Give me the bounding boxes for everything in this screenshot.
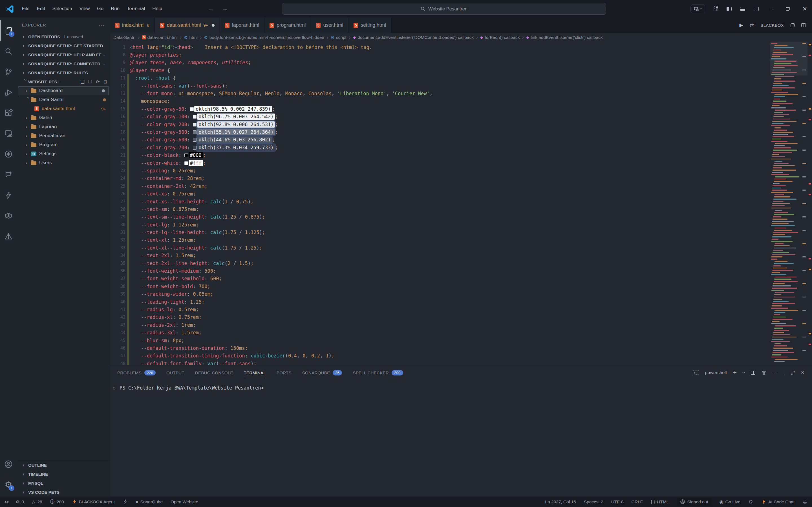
activitybar-run-debug[interactable] — [0, 82, 17, 103]
minimap[interactable] — [770, 42, 808, 365]
menu-terminal[interactable]: Terminal — [123, 4, 149, 13]
menu-view[interactable]: View — [76, 4, 94, 13]
breadcrumb-item[interactable]: ◆link.addEventListener('click') callback — [526, 35, 603, 40]
toggle-sidebar-icon[interactable] — [726, 7, 732, 11]
status-utf-8[interactable]: UTF-8 — [611, 499, 624, 504]
chevron-down-icon[interactable]: › — [741, 372, 747, 374]
refresh-icon[interactable]: ⟳ — [96, 79, 100, 84]
tree-item-dashboard[interactable]: ›Dashboard — [18, 86, 109, 95]
color-swatch[interactable] — [193, 138, 197, 142]
sidebar-more-icon[interactable]: ··· — [99, 22, 105, 27]
open-editors-section[interactable]: › OPEN EDITORS 1 unsaved — [17, 32, 110, 41]
breadcrumb-item[interactable]: ⊘script — [331, 35, 347, 40]
sidebar-section-vs-code-pets[interactable]: ›VS CODE PETS — [17, 488, 110, 497]
color-swatch[interactable] — [193, 115, 197, 119]
collapse-all-icon[interactable]: ⊟ — [103, 79, 107, 84]
activitybar-extensions[interactable] — [0, 103, 17, 123]
status-go-live[interactable]: ◉Go Live — [719, 499, 741, 504]
breadcrumb-item[interactable]: ⊘html — [184, 35, 198, 40]
activitybar-account[interactable] — [0, 454, 17, 474]
activitybar-sonarlint[interactable] — [0, 226, 17, 246]
back-icon[interactable]: ← — [208, 5, 214, 12]
status-bell[interactable] — [802, 499, 808, 504]
tree-item-users[interactable]: ›Users — [17, 158, 110, 167]
color-swatch[interactable] — [193, 146, 197, 150]
sidebar-section-1[interactable]: ›SONARQUBE SETUP: HELP AND FE... — [17, 50, 110, 59]
open-preview-icon[interactable] — [791, 23, 795, 27]
tab-program-html[interactable]: 5program.html — [264, 17, 311, 33]
panel-tab-problems[interactable]: PROBLEMS228 — [117, 365, 156, 380]
panel-tab-debug-console[interactable]: DEBUG CONSOLE — [195, 365, 233, 380]
status-28[interactable]: △28 — [32, 499, 42, 504]
color-swatch[interactable] — [185, 154, 188, 157]
split-editor-icon[interactable] — [801, 23, 806, 27]
command-decoration-icon[interactable]: ○ — [112, 386, 117, 390]
breadcrumb-item[interactable]: ◆forEach() callback — [480, 35, 520, 40]
breadcrumb-item[interactable]: ◆document.addEventListener('DOMContentLo… — [353, 35, 474, 40]
tree-item-settings[interactable]: ›⚙Settings — [17, 149, 110, 158]
sidebar-section-outline[interactable]: ›OUTLINE — [17, 460, 110, 469]
status-remote[interactable]: >< — [4, 499, 8, 504]
status-200[interactable]: ⓘ200 — [50, 499, 64, 505]
maximize-panel-icon[interactable]: ⤢ — [791, 370, 795, 376]
sidebar-section-0[interactable]: ›SONARQUBE SETUP: GET STARTED — [17, 41, 110, 50]
status-blackbox-agent[interactable]: BLACKBOX Agent — [72, 499, 115, 504]
breadcrumb-item[interactable]: 5data-santri.html — [142, 35, 177, 40]
project-section-header[interactable]: › WEBSITE PES... ❏ ❐ ⟳ ⊟ — [17, 77, 110, 86]
toggle-secondary-sidebar-icon[interactable] — [754, 7, 759, 11]
status-html[interactable]: { }HTML — [651, 499, 669, 504]
overview-ruler[interactable] — [808, 42, 812, 365]
tree-item-data-santri[interactable]: ›Data-Santri — [17, 95, 110, 104]
status-open-website[interactable]: Open Website — [170, 499, 198, 504]
tree-item-data-santri-html[interactable]: 5data-santri.html9+ — [17, 104, 110, 113]
activitybar-settings[interactable]: ⚙1 — [0, 474, 17, 495]
status-sonarqube[interactable]: ●SonarQube — [136, 499, 163, 504]
tab-index-html[interactable]: 5index.html8 — [110, 17, 155, 33]
terminal[interactable]: ○ PS C:\Folder Kerja BWA\Template\Websit… — [110, 380, 812, 497]
activitybar-search[interactable] — [0, 41, 17, 61]
panel-tab-spell-checker[interactable]: SPELL CHECKER200 — [353, 365, 403, 380]
panel-tab-ports[interactable]: PORTS — [276, 365, 292, 380]
toggle-panel-icon[interactable] — [740, 7, 745, 11]
menu-file[interactable]: File — [18, 4, 33, 13]
sidebar-section-3[interactable]: ›SONARQUBE SETUP: RULES — [17, 68, 110, 77]
status-spaces-2[interactable]: Spaces: 2 — [584, 499, 603, 504]
code-area[interactable]: 1<html lang="id"><head> Insert a <!DOCTY… — [110, 42, 767, 365]
status-signed-out[interactable]: Signed out — [677, 498, 711, 506]
status-crlf[interactable]: CRLF — [631, 499, 643, 504]
code-editor[interactable]: 1<html lang="id"><head> Insert a <!DOCTY… — [110, 42, 812, 365]
breadcrumb-item[interactable]: Data-Santri — [113, 35, 135, 40]
status-squirrel[interactable] — [748, 499, 753, 504]
sidebar-section-timeline[interactable]: ›TIMELINE — [17, 469, 110, 478]
activitybar-ai-chat[interactable] — [0, 164, 17, 185]
activitybar-thunder-client[interactable] — [0, 144, 17, 164]
split-terminal-icon[interactable] — [751, 371, 755, 375]
run-icon[interactable]: ▶ — [740, 22, 743, 28]
status-ln-2027-col-15[interactable]: Ln 2027, Col 15 — [545, 499, 576, 504]
tab-laporan-html[interactable]: 5laporan.html — [220, 17, 264, 33]
panel-tab-terminal[interactable]: TERMINAL — [244, 365, 266, 380]
tree-item-galeri[interactable]: ›Galeri — [17, 113, 110, 122]
tab-data-santri-html[interactable]: 5data-santri.html9+ — [155, 17, 220, 33]
activitybar-container[interactable] — [0, 205, 17, 226]
status-ai-code-chat[interactable]: AI Code Chat — [761, 499, 795, 504]
new-file-icon[interactable]: ❏ — [81, 79, 85, 84]
tab-setting-html[interactable]: 5setting.html — [349, 17, 391, 33]
menu-edit[interactable]: Edit — [33, 4, 49, 13]
copilot-button[interactable]: › — [691, 4, 705, 13]
menu-help[interactable]: Help — [149, 4, 166, 13]
breadcrumb-item[interactable]: ⊘body.font-sans.bg-muted.min-h-screen.fl… — [204, 35, 324, 40]
trash-icon[interactable] — [762, 370, 766, 375]
forward-icon[interactable]: → — [221, 5, 228, 12]
sidebar-section-2[interactable]: ›SONARQUBE SETUP: CONNECTED ... — [17, 59, 110, 68]
status-bolt[interactable] — [123, 499, 128, 504]
panel-tab-sonarqube[interactable]: SONARQUBE25 — [302, 365, 342, 380]
compare-icon[interactable]: ⇄ — [750, 22, 754, 28]
activitybar-remote-explorer[interactable] — [0, 123, 17, 144]
minimize-button[interactable]: – — [767, 5, 775, 12]
tree-item-pendaftaran[interactable]: ›Pendaftaran — [17, 131, 110, 140]
sidebar-section-mysql[interactable]: ›MYSQL — [17, 478, 110, 488]
menu-run[interactable]: Run — [107, 4, 123, 13]
close-button[interactable]: × — [801, 4, 809, 13]
activitybar-blackbox[interactable] — [0, 185, 17, 205]
